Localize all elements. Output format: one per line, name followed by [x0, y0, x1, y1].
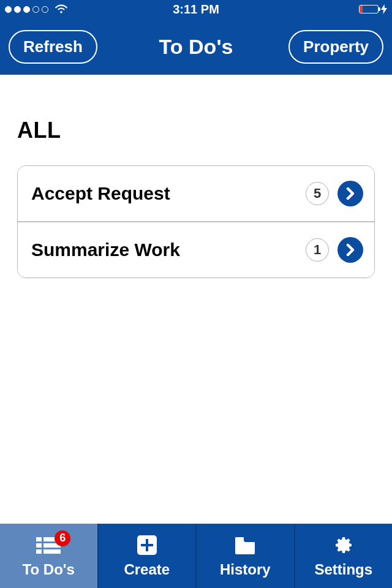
- svg-rect-8: [141, 544, 153, 546]
- refresh-button[interactable]: Refresh: [9, 30, 97, 64]
- tab-label: History: [220, 561, 271, 578]
- tab-label: Create: [124, 561, 170, 578]
- list-item-label: Summarize Work: [29, 239, 306, 260]
- count-badge: 1: [306, 238, 329, 262]
- tab-label: Settings: [314, 561, 372, 578]
- svg-rect-5: [43, 549, 61, 554]
- wifi-icon: [55, 4, 68, 14]
- plus-icon: [137, 534, 157, 556]
- tab-create[interactable]: Create: [99, 524, 197, 588]
- count-badge: 5: [306, 182, 329, 205]
- section-header: ALL: [17, 118, 375, 143]
- folder-icon: [234, 534, 256, 556]
- tab-todos[interactable]: 6 To Do's: [0, 524, 99, 588]
- signal-strength-icon: [5, 6, 48, 13]
- nav-bar: Refresh To Do's Property: [0, 18, 392, 75]
- tab-history[interactable]: History: [197, 524, 295, 588]
- battery-icon: [359, 5, 379, 13]
- main-content: ALL Accept Request 5 Summarize Work 1: [0, 75, 392, 524]
- status-right: [359, 4, 387, 14]
- list-item-summarize-work[interactable]: Summarize Work 1: [18, 221, 374, 277]
- status-bar: 3:11 PM: [0, 0, 392, 18]
- svg-rect-2: [36, 543, 42, 548]
- status-time: 3:11 PM: [173, 2, 219, 17]
- svg-rect-0: [36, 537, 42, 541]
- list-item-accept-request[interactable]: Accept Request 5: [18, 166, 374, 221]
- charging-icon: [381, 4, 387, 14]
- list-item-label: Accept Request: [29, 183, 306, 204]
- status-left: [5, 4, 68, 14]
- tab-bar: 6 To Do's Create History Settings: [0, 524, 392, 588]
- svg-rect-9: [235, 537, 244, 541]
- chevron-right-icon: [337, 181, 363, 206]
- gear-icon: [333, 534, 354, 556]
- todo-list: Accept Request 5 Summarize Work 1: [17, 165, 375, 278]
- page-title: To Do's: [159, 35, 233, 59]
- tab-settings[interactable]: Settings: [295, 524, 393, 588]
- chevron-right-icon: [337, 237, 363, 263]
- svg-rect-4: [36, 549, 42, 554]
- tab-label: To Do's: [23, 561, 75, 578]
- property-button[interactable]: Property: [288, 30, 383, 64]
- list-icon: 6: [36, 534, 61, 556]
- tab-badge: 6: [55, 530, 70, 546]
